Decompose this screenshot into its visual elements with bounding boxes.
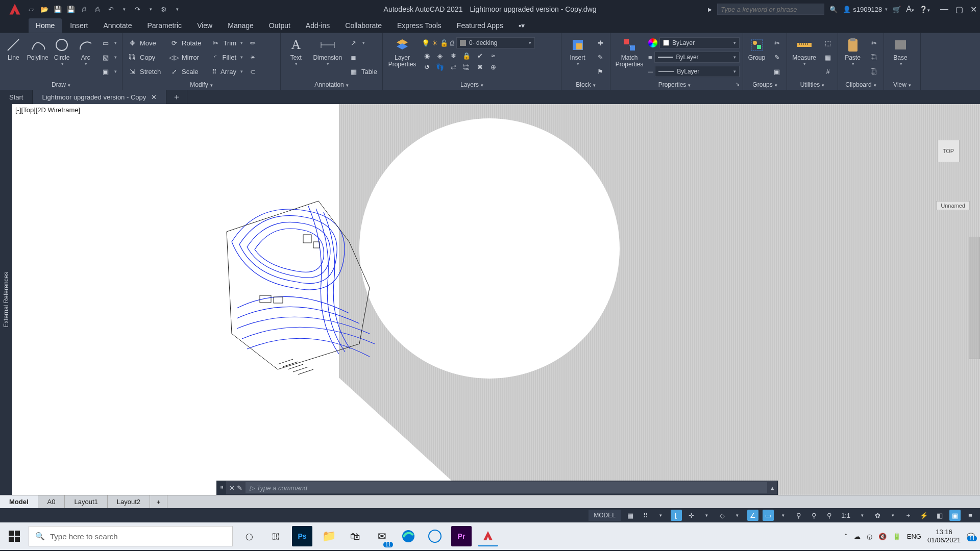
new-icon[interactable]: ▱ (27, 5, 36, 14)
autodesk-app-icon[interactable]: A▾ (906, 5, 914, 14)
layer-properties-button[interactable]: Layer Properties (386, 36, 419, 68)
panel-block-label[interactable]: Block▾ (565, 80, 607, 90)
command-input[interactable]: ▷ Type a command (246, 482, 767, 493)
cmdline-expand-icon[interactable]: ▴ (767, 484, 777, 492)
base-button[interactable]: Base▾ (887, 36, 914, 66)
ribbon-tab-express[interactable]: Express Tools (390, 18, 449, 33)
windows-search-input[interactable]: 🔍 Type here to search (29, 526, 233, 546)
annoscale-icon[interactable]: ⚲ (793, 510, 804, 521)
layer-walk-icon[interactable]: 👣 (435, 62, 445, 72)
group-edit-icon[interactable]: ✎ (770, 51, 783, 64)
stretch-button[interactable]: ⇲Stretch (126, 65, 166, 78)
search-submit-icon[interactable]: 🔍 (829, 6, 838, 13)
ortho-toggle[interactable]: ⌊ (671, 510, 682, 521)
cut-icon[interactable]: ✂ (867, 36, 880, 49)
polar-dd[interactable]: ▾ (701, 510, 713, 521)
open-icon[interactable]: 📂 (40, 5, 49, 14)
drawing-canvas[interactable]: [-][Top][2D Wireframe] — ▢ ✕ TOP Unnamed (12, 104, 980, 495)
rect-button[interactable]: ▭▾ (99, 36, 119, 49)
navigation-bar[interactable] (969, 237, 980, 359)
redo-icon[interactable]: ↷ (133, 5, 142, 14)
panel-annotation-label[interactable]: Annotation▾ (284, 80, 379, 90)
clock[interactable]: 13:16 01/06/2021 (927, 528, 961, 544)
trim-button[interactable]: ✂Trim▾ (209, 36, 245, 49)
ribbon-tab-annotate[interactable]: Annotate (96, 18, 139, 33)
layout-tab-model[interactable]: Model (0, 495, 38, 508)
group-bbox-icon[interactable]: ▣ (770, 65, 783, 78)
explode-button[interactable]: ✴ (246, 51, 259, 64)
scale-button[interactable]: ⤢Scale (167, 65, 208, 78)
block-create-icon[interactable]: ✚ (594, 36, 607, 49)
close-button[interactable]: ✕ (970, 5, 977, 14)
snap-dd[interactable]: ▾ (655, 510, 667, 521)
app-logo[interactable] (3, 0, 27, 18)
plot-preview-icon[interactable]: ⎙ (93, 5, 102, 14)
explorer-icon[interactable]: 📁 (318, 526, 339, 546)
bulb-icon[interactable]: 💡 (422, 39, 430, 47)
layout-tab-layout1[interactable]: Layout1 (65, 495, 107, 508)
dimension-button[interactable]: Dimension▾ (311, 36, 344, 66)
group-button[interactable]: Group (746, 36, 767, 61)
osnap-toggle[interactable]: ∠ (747, 510, 758, 521)
otrack-dd[interactable]: ▾ (778, 510, 789, 521)
ungroup-icon[interactable]: ✂ (770, 36, 783, 49)
file-tab-start[interactable]: Start (0, 90, 33, 104)
panel-view-label[interactable]: View▾ (887, 80, 917, 90)
status-model-button[interactable]: MODEL (589, 510, 621, 521)
circle-button[interactable]: Circle▾ (52, 36, 72, 66)
current-layer-dropdown[interactable]: 0- decking▾ (456, 37, 535, 48)
ucs-badge[interactable]: Unnamed (936, 201, 970, 210)
redo-dd-icon[interactable]: ▾ (146, 5, 155, 14)
layer-change-icon[interactable]: ⇄ (448, 62, 458, 72)
layout-tab-add[interactable]: ＋ (150, 495, 167, 508)
measure-button[interactable]: Measure▾ (790, 36, 818, 66)
sun-icon[interactable]: ☀ (432, 39, 438, 47)
autocad-taskbar-icon[interactable] (478, 526, 498, 546)
ribbon-tab-featured[interactable]: Featured Apps (450, 18, 510, 33)
gear-toggle[interactable]: ✿ (872, 510, 883, 521)
region-button[interactable]: ▣▾ (99, 65, 119, 78)
ribbon-tab-home[interactable]: Home (29, 18, 62, 33)
cmdline-customize-icon[interactable]: ✎ (237, 484, 242, 492)
ribbon-tab-collaborate[interactable]: Collaborate (338, 18, 389, 33)
language-indicator[interactable]: ENG (907, 533, 921, 540)
scale-dd[interactable]: ▾ (856, 510, 868, 521)
qs-plus-icon[interactable]: ＋ (902, 510, 914, 521)
panel-clipboard-label[interactable]: Clipboard▾ (841, 80, 880, 90)
sidebar-external-references[interactable]: External References (0, 104, 12, 495)
store-icon[interactable]: 🛍 (345, 526, 365, 546)
table-button[interactable]: ▦Table (347, 65, 379, 78)
block-attr-icon[interactable]: ⚑ (594, 65, 607, 78)
viewport-label[interactable]: [-][Top][2D Wireframe] (15, 106, 80, 114)
layer-match-icon[interactable]: ≈ (488, 51, 498, 61)
copy-clip-icon[interactable]: ⿻ (867, 51, 880, 64)
offset-button[interactable]: ⊂ (246, 65, 259, 78)
plot-icon[interactable]: ⎙ (450, 39, 454, 47)
plot-icon[interactable]: ⎙ (80, 5, 89, 14)
scale-label[interactable]: 1:1 (839, 510, 852, 521)
panel-layers-label[interactable]: Layers▾ (386, 80, 558, 90)
tray-expand-icon[interactable]: ˄ (844, 533, 848, 540)
isoplane-dd[interactable]: ▾ (732, 510, 743, 521)
edge-icon[interactable] (398, 526, 419, 546)
ribbon-tab-manage[interactable]: Manage (220, 18, 261, 33)
task-view-icon[interactable]: ⿲ (265, 526, 286, 546)
panel-utilities-label[interactable]: Utilities▾ (790, 80, 835, 90)
undo-dd-icon[interactable]: ▾ (119, 5, 129, 14)
layer-lock2-icon[interactable]: 🔒 (461, 51, 472, 61)
undo-icon[interactable]: ↶ (106, 5, 115, 14)
mline-button[interactable]: ≣ (347, 51, 379, 64)
ribbon-tab-output[interactable]: Output (262, 18, 298, 33)
hatch-button[interactable]: ▧▾ (99, 51, 119, 64)
annoscale2-icon[interactable]: ⚲ (808, 510, 820, 521)
layer-delete-icon[interactable]: ✖ (475, 62, 485, 72)
start-button[interactable] (0, 522, 29, 550)
leader-button[interactable]: ↗▾ (347, 36, 379, 49)
file-tab-new[interactable]: ＋ (166, 90, 187, 104)
save-icon[interactable]: 💾 (53, 5, 62, 14)
ribbon-extra-icon[interactable]: ▪▾ (511, 18, 532, 33)
line-button[interactable]: Line (3, 36, 24, 61)
layer-merge-icon[interactable]: ⊕ (488, 62, 498, 72)
layer-freeze-icon[interactable]: ❄ (448, 51, 458, 61)
isoplane-toggle[interactable]: ◇ (717, 510, 728, 521)
